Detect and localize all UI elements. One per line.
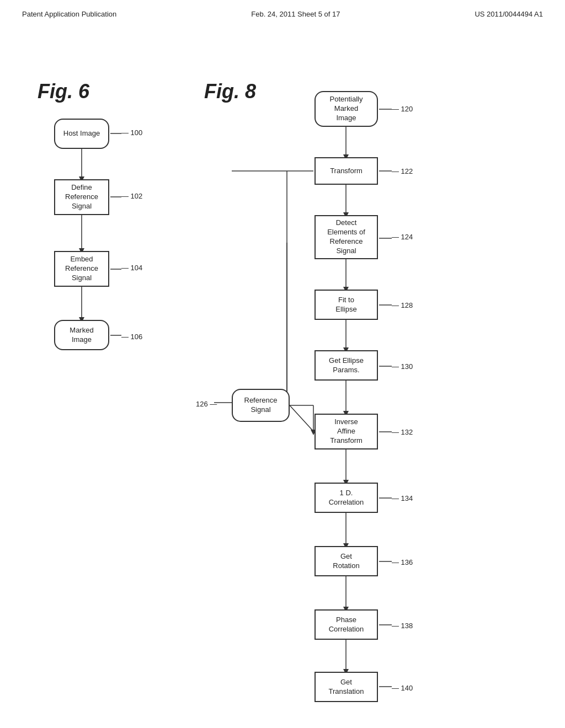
define-ref-label: Define Reference Signal [65,183,98,211]
get-ellipse-label: Get Ellipse Params. [329,356,364,375]
correlation-1d-node: 1 D. Correlation [315,483,378,513]
get-rotation-label: Get Rotation [333,552,359,571]
diagram-area: Fig. 6 Host Image — 100 Define Reference… [0,39,565,728]
fit-ellipse-node: Fit to Ellipse [315,290,378,320]
get-rotation-node: Get Rotation [315,546,378,576]
phase-corr-num: — 138 [392,622,413,630]
correlation-1d-label: 1 D. Correlation [329,489,364,507]
host-image-num: — 100 [121,129,142,137]
get-translation-node: Get Translation [315,672,378,702]
phase-corr-node: Phase Correlation [315,609,378,640]
embed-ref-node: Embed Reference Signal [54,251,109,287]
fig6-label: Fig. 6 [38,80,89,103]
transform-num: — 122 [392,167,413,175]
reference-signal-node: Reference Signal [232,389,290,422]
host-image-node: Host Image [54,119,109,149]
marked-image-num: — 106 [121,333,142,341]
inverse-affine-label: Inverse Affine Transform [330,417,363,446]
svg-line-16 [290,405,313,431]
fit-ellipse-label: Fit to Ellipse [335,296,356,314]
marked-image-node: Marked Image [54,320,109,350]
phase-corr-label: Phase Correlation [329,615,364,634]
potentially-marked-node: Potentially Marked Image [315,91,378,127]
get-translation-num: — 140 [392,684,413,692]
fig8-label: Fig. 8 [204,80,256,103]
get-ellipse-node: Get Ellipse Params. [315,350,378,381]
header-left: Patent Application Publication [22,10,116,18]
get-translation-label: Get Translation [329,678,364,697]
detect-elements-node: Detect Elements of Reference Signal [315,215,378,259]
transform-label: Transform [330,167,363,176]
fit-ellipse-num: — 128 [392,301,413,309]
potentially-marked-num: — 120 [392,105,413,113]
page-header: Patent Application Publication Feb. 24, … [0,0,565,18]
inverse-affine-node: Inverse Affine Transform [315,414,378,449]
header-right: US 2011/0044494 A1 [475,10,543,18]
correlation-1d-num: — 134 [392,494,413,502]
detect-elements-label: Detect Elements of Reference Signal [327,218,365,256]
reference-signal-num: 126 — [196,400,217,408]
get-rotation-num: — 136 [392,558,413,566]
define-ref-num: — 102 [121,192,142,200]
reference-signal-label: Reference Signal [244,396,278,415]
detect-elements-num: — 124 [392,233,413,241]
potentially-marked-label: Potentially Marked Image [330,95,363,123]
transform-node: Transform [315,157,378,185]
define-ref-node: Define Reference Signal [54,179,109,215]
inverse-affine-num: — 132 [392,428,413,436]
marked-image-label: Marked Image [70,326,93,345]
host-image-label: Host Image [63,129,100,138]
embed-ref-num: — 104 [121,264,142,272]
get-ellipse-num: — 130 [392,362,413,371]
embed-ref-label: Embed Reference Signal [65,255,98,283]
header-middle: Feb. 24, 2011 Sheet 5 of 17 [251,10,340,18]
